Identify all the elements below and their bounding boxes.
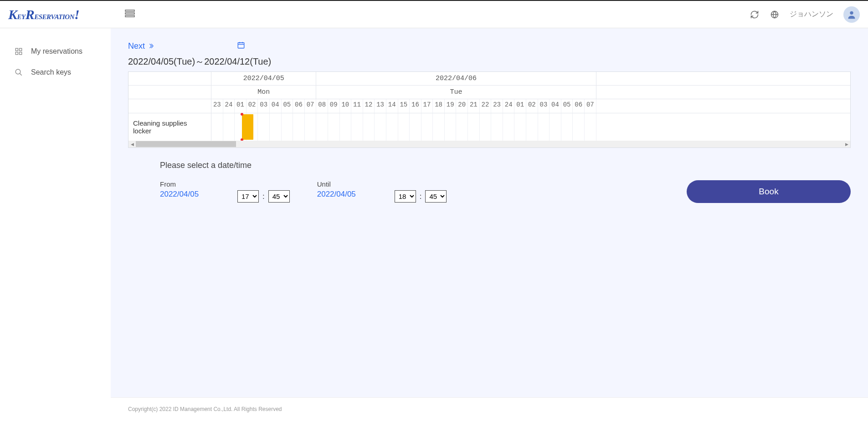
schedule-hour-cell: 23 — [491, 99, 503, 113]
svg-rect-11 — [238, 43, 244, 48]
svg-point-4 — [850, 11, 853, 14]
next-button[interactable]: Next — [128, 41, 155, 51]
until-minute-select[interactable]: 45 — [425, 190, 447, 203]
until-date-picker[interactable]: 2022/04/05 — [317, 190, 367, 199]
copyright-text: Copyright(c) 2022 ID Management Co.,Ltd.… — [128, 406, 282, 412]
schedule-hour-cell: 07 — [585, 99, 596, 113]
sidebar-item-label: Search keys — [31, 68, 71, 76]
schedule-hour-cell: 03 — [538, 99, 550, 113]
svg-rect-1 — [125, 13, 134, 14]
brand-logo[interactable]: KEYRESERVATION! — [8, 7, 79, 22]
sidebar: My reservations Search keys — [0, 28, 111, 426]
refresh-icon[interactable] — [750, 10, 760, 20]
schedule-hour-cell: 24 — [223, 99, 235, 113]
book-button[interactable]: Book — [687, 180, 851, 203]
schedule-hour-cell: 01 — [514, 99, 526, 113]
booking-block[interactable] — [242, 114, 254, 140]
schedule-row-label: Cleaning supplies locker — [128, 113, 211, 141]
schedule-hour-cell: 11 — [351, 99, 363, 113]
schedule-hour-cell: 15 — [398, 99, 410, 113]
schedule-hour-cell: 07 — [305, 99, 317, 113]
schedule-hour-cell: 19 — [445, 99, 457, 113]
schedule-hour-cell: 10 — [340, 99, 352, 113]
schedule-dow-header: Mon — [211, 86, 316, 99]
next-label: Next — [128, 41, 145, 51]
schedule-hour-cell: 22 — [480, 99, 492, 113]
svg-line-10 — [20, 73, 22, 76]
schedule-date-header: 2022/04/06 — [316, 72, 596, 85]
sidebar-item-search-keys[interactable]: Search keys — [0, 62, 111, 83]
schedule-hour-cell: 06 — [293, 99, 305, 113]
schedule-hour-cell: 08 — [316, 99, 328, 113]
until-hour-select[interactable]: 18 — [395, 190, 416, 203]
schedule-hour-cell: 14 — [386, 99, 398, 113]
schedule-row[interactable]: Cleaning supplies locker — [128, 113, 850, 141]
schedule-date-header: 2022/04/05 — [211, 72, 316, 85]
from-date-picker[interactable]: 2022/04/05 — [160, 190, 210, 199]
schedule-dow-header: Tue — [316, 86, 596, 99]
schedule-hour-cell: 02 — [247, 99, 258, 113]
schedule-hour-cell: 17 — [421, 99, 433, 113]
schedule-grid: 2022/04/052022/04/06 MonTue 232401020304… — [128, 71, 851, 148]
svg-rect-6 — [20, 48, 22, 51]
schedule-hour-cell: 16 — [410, 99, 421, 113]
from-minute-select[interactable]: 45 — [268, 190, 290, 203]
date-range-label: 2022/04/05(Tue)～2022/04/12(Tue) — [128, 56, 851, 68]
schedule-hour-cell: 18 — [433, 99, 445, 113]
sidebar-item-my-reservations[interactable]: My reservations — [0, 41, 111, 62]
svg-rect-5 — [15, 48, 18, 51]
avatar[interactable] — [843, 6, 860, 23]
calendar-icon[interactable] — [237, 41, 245, 51]
globe-icon[interactable] — [770, 10, 780, 20]
schedule-hour-cell: 09 — [328, 99, 340, 113]
footer: Copyright(c) 2022 ID Management Co.,Ltd.… — [111, 397, 868, 426]
sidebar-item-label: My reservations — [31, 47, 82, 56]
schedule-hour-cell: 05 — [282, 99, 293, 113]
schedule-hour-cell: 04 — [550, 99, 561, 113]
from-label: From — [160, 180, 210, 188]
schedule-hour-cell: 12 — [363, 99, 375, 113]
schedule-hour-cell: 06 — [573, 99, 585, 113]
schedule-hour-cell: 24 — [503, 99, 515, 113]
schedule-hour-cell: 05 — [561, 99, 573, 113]
schedule-hour-cell: 23 — [211, 99, 223, 113]
scroll-left-icon[interactable]: ◀ — [128, 142, 136, 147]
svg-rect-0 — [125, 10, 134, 11]
menu-toggle-icon[interactable] — [125, 10, 135, 20]
form-title: Please select a date/time — [160, 161, 851, 170]
schedule-hour-cell: 21 — [468, 99, 480, 113]
topbar: KEYRESERVATION! — [0, 0, 868, 28]
schedule-hour-cell: 04 — [270, 99, 282, 113]
schedule-hour-cell: 03 — [258, 99, 270, 113]
svg-rect-2 — [125, 15, 134, 17]
until-label: Until — [317, 180, 367, 188]
schedule-hour-cell: 20 — [456, 99, 468, 113]
schedule-hour-cell: 13 — [375, 99, 386, 113]
schedule-hour-cell: 02 — [526, 99, 538, 113]
svg-point-9 — [15, 69, 21, 74]
username-label: ジョハンソン — [790, 10, 833, 19]
schedule-hour-cell: 01 — [235, 99, 247, 113]
svg-rect-8 — [20, 52, 22, 55]
schedule-scrollbar[interactable]: ◀ ▶ — [128, 141, 850, 147]
from-hour-select[interactable]: 17 — [237, 190, 259, 203]
svg-rect-7 — [15, 52, 18, 55]
scroll-right-icon[interactable]: ▶ — [843, 142, 850, 147]
scroll-thumb[interactable] — [136, 141, 236, 147]
